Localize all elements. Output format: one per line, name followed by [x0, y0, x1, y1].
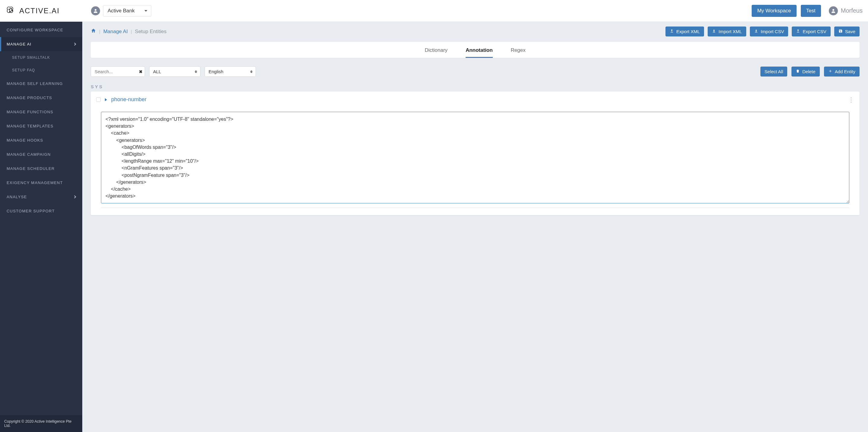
group-label-sys: SYS [91, 84, 860, 89]
sidebar-item-manage-hooks[interactable]: MANAGE HOOKS [0, 133, 82, 147]
expand-caret-icon[interactable] [105, 98, 107, 101]
sidebar-item-manage-campaign[interactable]: MANAGE CAMPAIGN [0, 147, 82, 162]
sidebar-item-manage-templates[interactable]: MANAGE TEMPLATES [0, 119, 82, 133]
sidebar-item-manage-scheduler[interactable]: MANAGE SCHEDULER [0, 162, 82, 176]
breadcrumb-row: | Manage AI | Setup Entities Export XML … [82, 22, 868, 36]
entity-card: phone-number ⋮ <?xml version="1.0" encod… [91, 92, 860, 215]
download-icon [754, 29, 758, 34]
sidebar-item-analyse[interactable]: ANALYSE [0, 190, 82, 204]
download-icon [712, 29, 716, 34]
tab-annotation[interactable]: Annotation [466, 45, 493, 58]
sidebar-footer: Copyright © 2020 Active Intelligence Pte… [0, 415, 82, 432]
workspace-avatar-icon [91, 6, 100, 15]
filter-row: ✖ ALL English Select All Delete [91, 66, 860, 77]
content: | Manage AI | Setup Entities Export XML … [82, 22, 868, 432]
tabs-card: Dictionary Annotation Regex [91, 42, 860, 58]
caret-down-icon [144, 10, 147, 11]
upload-icon [670, 29, 674, 34]
brand-text: ACTIVE.AI [19, 7, 60, 15]
tab-dictionary[interactable]: Dictionary [425, 45, 447, 58]
delete-button[interactable]: Delete [792, 67, 819, 76]
sidebar: CONFIGURE WORKSPACE MANAGE AI SETUP SMAL… [0, 22, 82, 432]
workspace-select[interactable]: Active Bank [103, 5, 151, 16]
workspace-switch: Active Bank [91, 5, 151, 16]
sidebar-item-manage-self-learning[interactable]: MANAGE SELF LEARNING [0, 76, 82, 91]
sidebar-sub-setup-faq[interactable]: SETUP FAQ [0, 64, 82, 76]
save-icon [838, 29, 843, 34]
select-all-button[interactable]: Select All [761, 67, 787, 76]
export-xml-button[interactable]: Export XML [665, 27, 704, 36]
sort-carets-icon [250, 70, 253, 73]
user-avatar-icon [829, 6, 838, 15]
sidebar-item-manage-ai[interactable]: MANAGE AI [0, 37, 82, 51]
sidebar-item-customer-support[interactable]: CUSTOMER SUPPORT [0, 204, 82, 218]
filter-select-scope[interactable]: ALL [149, 66, 200, 77]
clear-icon[interactable]: ✖ [139, 69, 143, 74]
sidebar-sub-setup-smalltalk[interactable]: SETUP SMALLTALK [0, 51, 82, 64]
sidebar-item-configure-workspace[interactable]: CONFIGURE WORKSPACE [0, 23, 82, 37]
kebab-menu-icon[interactable]: ⋮ [848, 97, 854, 103]
filter-select-language[interactable]: English [205, 66, 256, 77]
add-entity-button[interactable]: Add Entity [824, 67, 860, 76]
entity-checkbox[interactable] [96, 97, 101, 102]
sort-carets-icon [195, 70, 197, 73]
import-xml-button[interactable]: Import XML [708, 27, 746, 36]
search-input[interactable] [91, 66, 145, 77]
sidebar-item-manage-products[interactable]: MANAGE PRODUCTS [0, 91, 82, 105]
search-wrap: ✖ [91, 66, 145, 77]
breadcrumb-sep: | [99, 29, 100, 34]
brain-icon [5, 5, 16, 16]
import-csv-button[interactable]: Import CSV [750, 27, 788, 36]
user-area[interactable]: Morfeus [829, 6, 863, 15]
export-csv-button[interactable]: Export CSV [792, 27, 830, 36]
my-workspace-button[interactable]: My Workspace [752, 5, 796, 17]
sidebar-item-exigency-management[interactable]: EXIGENCY MANAGEMENT [0, 176, 82, 190]
home-icon[interactable] [91, 28, 96, 35]
breadcrumb-sep: | [131, 29, 132, 34]
entity-head: phone-number ⋮ [91, 93, 860, 106]
workspace-selected-label: Active Bank [107, 8, 135, 13]
save-button[interactable]: Save [834, 27, 860, 36]
topbar: ACTIVE.AI Active Bank My Workspace Test … [0, 0, 868, 22]
svg-point-5 [832, 9, 834, 11]
divider [101, 207, 849, 208]
sidebar-item-manage-functions[interactable]: MANAGE FUNCTIONS [0, 105, 82, 119]
upload-icon [796, 29, 800, 34]
breadcrumb-current: Setup Entities [135, 29, 167, 35]
plus-icon [828, 69, 832, 74]
tab-regex[interactable]: Regex [511, 45, 526, 58]
chevron-right-icon [73, 43, 76, 46]
xml-editor[interactable]: <?xml version="1.0" encoding="UTF-8" sta… [101, 112, 849, 203]
trash-icon [796, 69, 800, 74]
chevron-right-icon [73, 196, 76, 199]
brand: ACTIVE.AI [5, 5, 83, 16]
entity-name[interactable]: phone-number [111, 96, 147, 103]
breadcrumb-link-manage-ai[interactable]: Manage AI [103, 29, 128, 35]
svg-point-4 [95, 9, 96, 11]
user-name: Morfeus [841, 7, 863, 14]
test-button[interactable]: Test [801, 5, 821, 17]
